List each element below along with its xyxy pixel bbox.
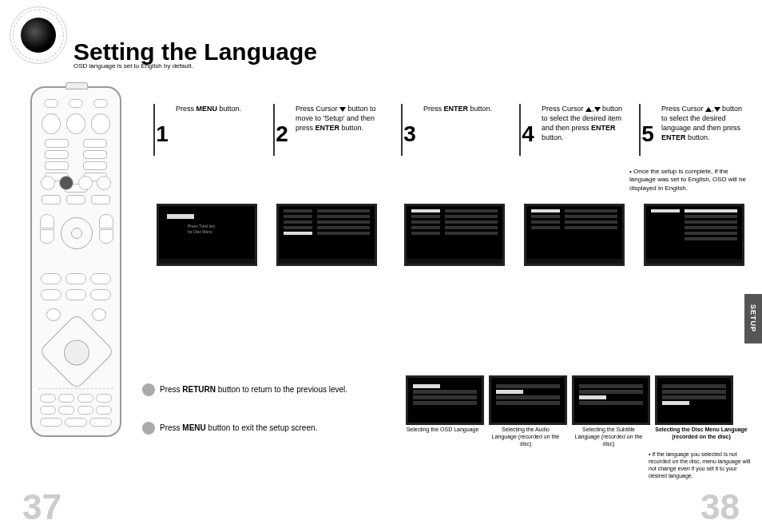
step-text: Press MENU button. [176,104,262,113]
step-number: 5 [636,121,660,147]
osd-small-3 [572,375,650,425]
bullet-icon [142,422,155,435]
osd-small-2 [489,375,567,425]
step-1: 1 Press MENU button. [153,104,262,113]
instruction-return: Press RETURN button to return to the pre… [160,385,347,394]
step-text: Press Cursor button to move to 'Setup' a… [296,104,382,133]
page-number-left: 37 [22,487,62,527]
caption-subtitle-lang: Selecting the Subtitle Language (recorde… [572,427,645,447]
subtitle: OSD language is set to English by defaul… [73,62,193,69]
triangle-down-icon [339,107,346,112]
caption-osd-lang: Selecting the OSD Language [406,427,479,434]
step-number: 2 [270,121,294,147]
osd-screen-5 [644,204,744,266]
osd-small-1 [406,375,484,425]
section-tab-setup: SETUP [744,294,762,343]
triangle-up-icon [585,107,592,112]
step-number: 1 [150,121,174,147]
footnote-disc-menu: • If the language you selected is not re… [649,451,752,479]
footnote-english: • Once the setup is complete, if the lan… [629,168,751,193]
step-4: 4 Press Cursor , button to select the de… [519,104,628,143]
caption-disc-menu-lang: Selecting the Disc Menu Language (record… [652,427,751,441]
triangle-up-icon [705,107,712,112]
step-2: 2 Press Cursor button to move to 'Setup'… [273,104,382,133]
osd-screen-4 [524,204,625,266]
caption-audio-lang: Selecting the Audio Language (recorded o… [489,427,562,447]
page-number-right: 38 [700,487,740,527]
step-text: Press Cursor , button to select the desi… [542,104,628,143]
step-number: 3 [398,121,422,147]
remote-control-illustration [30,86,121,437]
bullet-icon [142,383,155,396]
step-text: Press ENTER button. [423,104,510,113]
step-3: 3 Press ENTER button. [401,104,510,113]
step-text: Press Cursor , button to select the desi… [661,104,748,143]
osd-small-4 [655,375,733,425]
osd-screen-1: Press Trebl key for Disc Menu [157,204,257,266]
speaker-decoration [10,6,67,64]
triangle-down-icon [594,107,601,112]
triangle-down-icon [714,107,720,112]
instruction-menu: Press MENU button to exit the setup scre… [160,423,317,432]
page-title: Setting the Language [73,38,317,66]
osd-screen-2 [276,204,377,266]
step-5: 5 Press Cursor , button to select the de… [639,104,748,143]
osd-screen-3 [404,204,505,266]
step-number: 4 [516,121,540,147]
